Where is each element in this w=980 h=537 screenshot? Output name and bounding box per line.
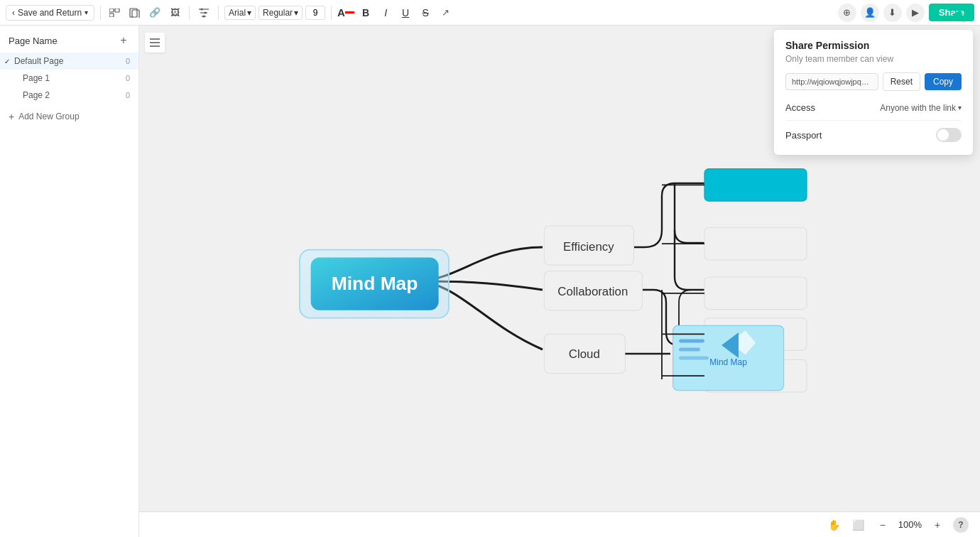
svg-point-9 (205, 11, 207, 13)
page-count: 0 (126, 74, 130, 82)
check-icon: ✓ (4, 58, 10, 65)
svg-text:Collaboration: Collaboration (557, 285, 628, 298)
svg-text:Mind Map: Mind Map (709, 357, 747, 367)
svg-rect-24 (704, 169, 807, 202)
passport-label: Passport (785, 130, 822, 141)
zoom-out-icon[interactable]: − (874, 516, 891, 533)
font-color-icon[interactable]: A (337, 4, 354, 21)
font-family-arrow: ▾ (247, 8, 251, 18)
save-return-button[interactable]: ‹ Save and Return ▾ (6, 5, 94, 21)
underline-icon[interactable]: U (397, 4, 414, 21)
save-return-label: Save and Return (18, 8, 82, 18)
reset-button[interactable]: Reset (883, 72, 920, 91)
svg-point-8 (201, 8, 203, 10)
svg-text:Efficiency: Efficiency (563, 240, 614, 254)
link-text-icon[interactable]: ↗ (437, 4, 454, 21)
access-label: Access (785, 102, 815, 113)
bold-icon[interactable]: B (357, 4, 374, 21)
font-size-input[interactable] (305, 6, 325, 20)
bottombar: ✋ ⬜ − 100% + ? (139, 511, 980, 537)
share-popup: Share Permission Only team member can vi… (774, 30, 973, 155)
strikethrough-icon[interactable]: S (417, 4, 434, 21)
svg-rect-4 (132, 10, 139, 18)
svg-rect-0 (109, 9, 114, 12)
hand-tool-icon[interactable]: ✋ (826, 516, 843, 533)
font-family-value: Arial (229, 8, 246, 18)
dropdown-arrow-icon: ▾ (85, 9, 88, 16)
share-url-row: http://wjqiowqjowjpqoqwq... Reset Copy (785, 72, 962, 91)
share-popup-subtitle: Only team member can view (785, 54, 962, 64)
svg-rect-25 (704, 227, 807, 260)
svg-rect-35 (679, 357, 709, 360)
back-icon: ‹ (12, 8, 15, 18)
zoom-level: 100% (898, 519, 922, 530)
font-family-select[interactable]: Arial ▾ (224, 6, 256, 20)
play-icon[interactable]: ▶ (906, 4, 925, 22)
group-icon[interactable] (107, 4, 124, 21)
page-name: Page 2 (23, 90, 126, 100)
download-icon[interactable]: ⬇ (883, 4, 902, 22)
divider (785, 120, 962, 121)
help-button[interactable]: ? (953, 517, 969, 533)
svg-text:Mind Map: Mind Map (332, 273, 418, 294)
sidebar-item-default-page[interactable]: ✓ Default Page 0 (0, 53, 138, 70)
svg-rect-2 (109, 13, 114, 17)
font-style-value: Regular (263, 8, 293, 18)
page-count: 0 (126, 57, 130, 65)
copy-button[interactable]: Copy (925, 73, 962, 90)
filter-icon[interactable] (195, 4, 212, 21)
access-row: Access Anyone with the link ▾ (785, 99, 962, 116)
passport-row: Passport (785, 125, 962, 145)
sidebar-item-page1[interactable]: Page 1 0 (0, 70, 138, 87)
passport-toggle[interactable] (936, 128, 962, 142)
divider-2 (189, 6, 190, 20)
svg-rect-26 (704, 277, 807, 310)
add-group-button[interactable]: + Add New Group (0, 107, 138, 126)
page-name: Page 1 (23, 73, 126, 83)
font-style-arrow: ▾ (294, 8, 298, 18)
access-value: Anyone with the link ▾ (880, 103, 962, 113)
svg-rect-33 (679, 340, 704, 343)
copy-format-icon[interactable] (126, 4, 143, 21)
image-icon[interactable]: 🖼 (166, 4, 183, 21)
page-name-label: Page Name (9, 36, 58, 46)
format-tools: 🔗 🖼 (107, 4, 183, 21)
search-icon[interactable]: ⊕ (838, 4, 856, 22)
svg-text:Cloud: Cloud (569, 347, 600, 361)
font-style-select[interactable]: Regular ▾ (258, 6, 303, 20)
plus-icon: + (9, 111, 14, 122)
svg-rect-1 (115, 9, 119, 12)
link-icon[interactable]: 🔗 (146, 4, 163, 21)
chevron-down-icon: ▾ (958, 104, 962, 112)
share-button[interactable]: Share (929, 4, 974, 21)
sidebar: Page Name + ✓ Default Page 0 Page 1 0 Pa… (0, 26, 139, 537)
divider-4 (331, 6, 332, 20)
page-name: Default Page (14, 56, 126, 66)
share-popup-title: Share Permission (785, 40, 962, 51)
frame-icon[interactable]: ⬜ (850, 516, 867, 533)
divider-3 (218, 6, 219, 20)
add-page-button[interactable]: + (117, 34, 130, 47)
page-count: 0 (126, 91, 130, 99)
svg-rect-34 (679, 348, 700, 352)
share-url-input[interactable]: http://wjqiowqjowjpqoqwq... (785, 73, 878, 90)
user-icon[interactable]: 👤 (861, 4, 879, 22)
sidebar-item-page2[interactable]: Page 2 0 (0, 87, 138, 104)
svg-point-10 (203, 15, 205, 17)
italic-icon[interactable]: I (377, 4, 394, 21)
toolbar: ‹ Save and Return ▾ 🔗 🖼 Arial ▾ Regular … (0, 0, 980, 26)
zoom-in-icon[interactable]: + (929, 516, 946, 533)
divider-1 (100, 6, 101, 20)
add-group-label: Add New Group (18, 112, 79, 121)
list-toggle-button[interactable] (145, 33, 165, 53)
sidebar-header: Page Name + (0, 31, 138, 53)
